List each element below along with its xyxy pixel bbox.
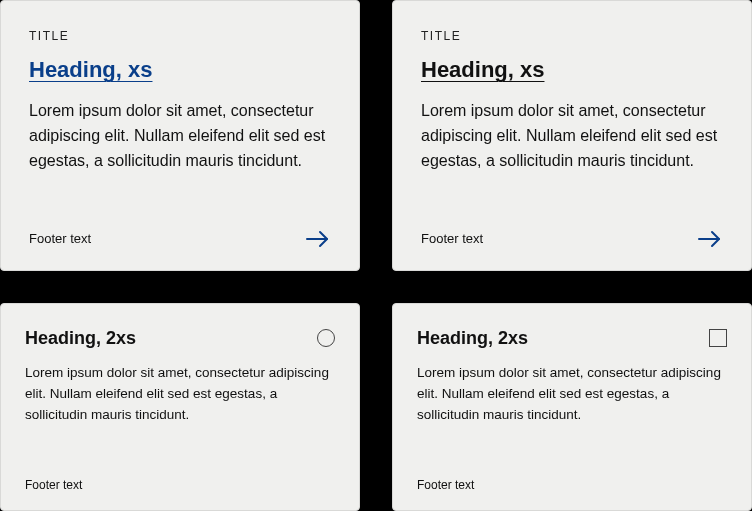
card-body-text: Lorem ipsum dolor sit amet, consectetur …: [29, 99, 331, 208]
radio-control[interactable]: [317, 329, 335, 347]
checkbox-control[interactable]: [709, 329, 727, 347]
card-footer-text: Footer text: [417, 478, 727, 492]
card-heading: Heading, 2xs: [25, 328, 136, 349]
card-body-text: Lorem ipsum dolor sit amet, consectetur …: [421, 99, 723, 208]
card-link-variant: TITLE Heading, xs Lorem ipsum dolor sit …: [0, 0, 360, 271]
card-selectable-checkbox: Heading, 2xs Lorem ipsum dolor sit amet,…: [392, 303, 752, 511]
card-footer-text: Footer text: [421, 231, 483, 246]
card-footer-text: Footer text: [25, 478, 335, 492]
card-underline-variant: TITLE Heading, xs Lorem ipsum dolor sit …: [392, 0, 752, 271]
card-footer-row: Footer text: [29, 230, 331, 248]
card-footer-row: Footer text: [421, 230, 723, 248]
card-title-label: TITLE: [421, 29, 723, 43]
card-heading: Heading, 2xs: [417, 328, 528, 349]
card-footer-text: Footer text: [29, 231, 91, 246]
card-heading: Heading, xs: [421, 57, 723, 83]
card-heading-link[interactable]: Heading, xs: [29, 57, 331, 83]
arrow-right-icon[interactable]: [305, 230, 331, 248]
arrow-right-icon[interactable]: [697, 230, 723, 248]
card-title-label: TITLE: [29, 29, 331, 43]
card-selectable-radio: Heading, 2xs Lorem ipsum dolor sit amet,…: [0, 303, 360, 511]
card-top-row: Heading, 2xs: [417, 328, 727, 349]
card-body-text: Lorem ipsum dolor sit amet, consectetur …: [417, 363, 727, 460]
card-grid: TITLE Heading, xs Lorem ipsum dolor sit …: [0, 0, 752, 511]
card-body-text: Lorem ipsum dolor sit amet, consectetur …: [25, 363, 335, 460]
card-top-row: Heading, 2xs: [25, 328, 335, 349]
